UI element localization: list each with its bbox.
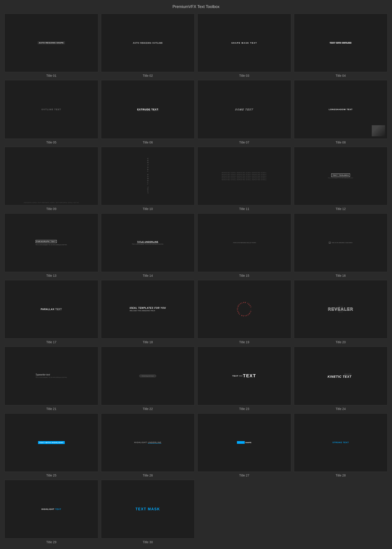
card-label-20: Title 20: [336, 340, 346, 344]
thumbnail-13: PARAGRAPH TEXTThis is a short paragraph.…: [4, 213, 98, 272]
card-label-25: Title 25: [46, 474, 56, 477]
card-item-01[interactable]: AUTO RESIZING SHAPETitle 01: [4, 14, 98, 77]
card-item-30[interactable]: TEXT MASKTitle 30: [101, 480, 195, 544]
thumbnail-26: HIGHLIGHT UNDERLINE: [101, 413, 195, 472]
card-item-02[interactable]: AUTO RESIZING OUTLINETitle 02: [101, 14, 195, 77]
thumbnail-22: Streaming and more: [101, 347, 195, 405]
page-title: PremiumVFX Text Toolbox: [4, 4, 388, 9]
card-item-09[interactable]: HORIZONTAL SCROLL TEXT HORIZONTAL SCROLL…: [4, 147, 98, 211]
card-label-16: Title 16: [336, 274, 346, 277]
thumbnail-01: AUTO RESIZING SHAPE: [4, 14, 98, 72]
card-item-26[interactable]: HIGHLIGHT UNDERLINETitle 26: [101, 413, 195, 477]
card-label-14: Title 14: [143, 274, 153, 277]
card-item-27[interactable]: SHAPETitle 27: [197, 413, 291, 477]
thumbnail-07: SOME TEXT: [197, 80, 291, 139]
thumbnail-21: Typewriter textThis is a short paragraph…: [4, 347, 98, 405]
card-item-28[interactable]: STROKE TEXTTitle 28: [294, 413, 388, 477]
card-label-22: Title 22: [143, 407, 153, 411]
card-item-08[interactable]: LONGSHADOW TEXTTitle 08: [294, 80, 388, 144]
thumbnail-19: CIRCULAR TEXT · CIRCULAR TEXT · CIRCULAR…: [197, 280, 291, 339]
thumbnail-10: VERTICAL SCROLL TEXT: [101, 147, 195, 205]
card-item-25[interactable]: TEXT WITH HIGHLIGHTTitle 25: [4, 413, 98, 477]
thumbnail-16: ✓THIS IS AN AMAZING CHECKBOX: [294, 213, 388, 272]
card-item-21[interactable]: Typewriter textThis is a short paragraph…: [4, 347, 98, 410]
card-label-23: Title 23: [239, 407, 249, 411]
thumbnail-04: TEXT WITH OUTLINE: [294, 14, 388, 72]
thumbnail-08: LONGSHADOW TEXT: [294, 80, 388, 139]
card-item-06[interactable]: EXTRUDE TEXTTitle 06: [101, 80, 195, 144]
card-item-18[interactable]: IDEAL TEMPLATES FOR YOURELOAD THIS AMAZI…: [101, 280, 195, 344]
card-label-30: Title 30: [143, 540, 153, 544]
thumbnail-02: AUTO RESIZING OUTLINE: [101, 14, 195, 72]
card-item-15[interactable]: · THIS IS AN AMAZING BULLET POINTTitle 1…: [197, 213, 291, 277]
thumbnail-29: HIGHLIGHT TEXT: [4, 480, 98, 538]
thumbnail-05: OUTLINE TEXT: [4, 80, 98, 139]
card-label-07: Title 07: [239, 141, 249, 144]
card-label-03: Title 03: [239, 74, 249, 77]
thumbnail-27: SHAPE: [197, 413, 291, 472]
card-label-01: Title 01: [46, 74, 56, 77]
card-label-21: Title 21: [46, 407, 56, 411]
thumbnail-14: TITLE UNDERLINEThis is a short paragraph…: [101, 213, 195, 272]
card-item-04[interactable]: TEXT WITH OUTLINETitle 04: [294, 14, 388, 77]
card-label-15: Title 15: [239, 274, 249, 277]
card-item-14[interactable]: TITLE UNDERLINEThis is a short paragraph…: [101, 213, 195, 277]
card-item-11[interactable]: Repeating Scroll Repeating Scroll Repeat…: [197, 147, 291, 211]
card-label-24: Title 24: [336, 407, 346, 411]
card-label-05: Title 05: [46, 141, 56, 144]
card-label-26: Title 26: [143, 474, 153, 477]
card-item-19[interactable]: CIRCULAR TEXT · CIRCULAR TEXT · CIRCULAR…: [197, 280, 291, 344]
thumbnail-24: AMAZINGKINETIC TEXT: [294, 347, 388, 405]
thumbnail-06: EXTRUDE TEXT: [101, 80, 195, 139]
card-label-08: Title 08: [336, 141, 346, 144]
card-label-02: Title 02: [143, 74, 153, 77]
card-item-13[interactable]: PARAGRAPH TEXTThis is a short paragraph.…: [4, 213, 98, 277]
thumbnail-12: TEXT TOOLBOXThis is a short paragraph. Y…: [294, 147, 388, 205]
card-item-12[interactable]: TEXT TOOLBOXThis is a short paragraph. Y…: [294, 147, 388, 211]
card-label-12: Title 12: [336, 207, 346, 211]
card-label-19: Title 19: [239, 340, 249, 344]
card-item-23[interactable]: TEXTINSIDETEXTTitle 23: [197, 347, 291, 410]
card-label-18: Title 18: [143, 340, 153, 344]
card-label-11: Title 11: [239, 207, 249, 211]
card-label-06: Title 06: [143, 141, 153, 144]
card-item-29[interactable]: HIGHLIGHT TEXTTitle 29: [4, 480, 98, 544]
thumbnail-30: TEXT MASK: [101, 480, 195, 538]
card-item-10[interactable]: VERTICAL SCROLL TEXTTitle 10: [101, 147, 195, 211]
card-label-28: Title 28: [336, 474, 346, 477]
thumbnail-23: TEXTINSIDETEXT: [197, 347, 291, 405]
thumbnail-15: · THIS IS AN AMAZING BULLET POINT: [197, 213, 291, 272]
card-item-03[interactable]: SHAPE MASK TEXTTitle 03: [197, 14, 291, 77]
thumbnail-28: STROKE TEXT: [294, 413, 388, 472]
thumbnail-03: SHAPE MASK TEXT: [197, 14, 291, 72]
card-item-22[interactable]: Streaming and moreTitle 22: [101, 347, 195, 410]
items-grid: AUTO RESIZING SHAPETitle 01AUTO RESIZING…: [4, 14, 388, 544]
card-label-09: Title 09: [46, 207, 56, 211]
card-item-17[interactable]: PARALLAXTEXTTitle 17: [4, 280, 98, 344]
card-label-04: Title 04: [336, 74, 346, 77]
svg-text:CIRCULAR TEXT · CIRCULAR TEXT : CIRCULAR TEXT · CIRCULAR TEXT · CIRCULAR…: [235, 300, 252, 317]
card-item-24[interactable]: AMAZINGKINETIC TEXTTitle 24: [294, 347, 388, 410]
thumbnail-11: Repeating Scroll Repeating Scroll Repeat…: [197, 147, 291, 205]
card-item-05[interactable]: OUTLINE TEXTTitle 05: [4, 80, 98, 144]
thumbnail-20: TEXTREVEALERTEXT: [294, 280, 388, 339]
card-item-20[interactable]: TEXTREVEALERTEXTTitle 20: [294, 280, 388, 344]
card-label-10: Title 10: [143, 207, 153, 211]
thumbnail-17: PARALLAXTEXT: [4, 280, 98, 339]
thumbnail-25: TEXT WITH HIGHLIGHT: [4, 413, 98, 472]
card-label-29: Title 29: [46, 540, 56, 544]
card-label-27: Title 27: [239, 474, 249, 477]
card-label-13: Title 13: [46, 274, 56, 277]
card-item-07[interactable]: SOME TEXTTitle 07: [197, 80, 291, 144]
thumbnail-18: IDEAL TEMPLATES FOR YOURELOAD THIS AMAZI…: [101, 280, 195, 339]
card-item-16[interactable]: ✓THIS IS AN AMAZING CHECKBOXTitle 16: [294, 213, 388, 277]
thumbnail-09: HORIZONTAL SCROLL TEXT HORIZONTAL SCROLL…: [4, 147, 98, 205]
card-label-17: Title 17: [46, 340, 56, 344]
